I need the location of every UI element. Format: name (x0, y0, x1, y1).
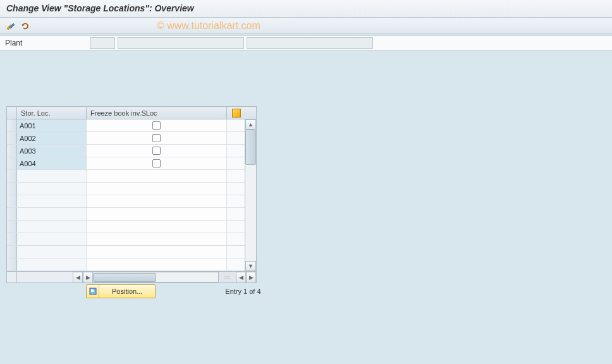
table-row (7, 208, 245, 221)
cell-stor-loc[interactable]: A003 (17, 145, 87, 157)
scroll-left-button[interactable]: ◀ (73, 272, 83, 283)
entry-status-text: Entry 1 of 4 (225, 288, 260, 295)
plant-header-row: Plant (0, 35, 612, 51)
scroll-down-button[interactable]: ▼ (245, 261, 256, 271)
row-selector[interactable] (7, 145, 17, 157)
freeze-checkbox[interactable] (152, 121, 161, 130)
table-row (7, 258, 245, 271)
cell-freeze (87, 233, 227, 245)
column-header-stor-loc[interactable]: Stor. Loc. (17, 107, 87, 119)
row-selector[interactable] (7, 132, 17, 144)
cell-stor-loc[interactable] (17, 208, 87, 220)
freeze-checkbox[interactable] (152, 134, 161, 142)
row-selector[interactable] (7, 246, 17, 258)
cell-freeze (87, 208, 227, 220)
cell-stor-loc[interactable] (17, 221, 87, 233)
row-selector[interactable] (7, 183, 17, 195)
cell-stor-loc[interactable] (17, 195, 87, 207)
table-row (7, 170, 245, 183)
cell-stor-loc[interactable] (17, 170, 87, 182)
freeze-checkbox[interactable] (152, 159, 161, 167)
plant-name-field (118, 37, 244, 49)
row-selector[interactable] (7, 208, 17, 220)
cell-freeze (87, 183, 227, 195)
undo-button[interactable] (19, 20, 30, 32)
row-selector[interactable] (7, 233, 17, 245)
cell-freeze (87, 258, 227, 270)
table-row: A003 (7, 145, 245, 157)
pencils-icon (6, 21, 16, 31)
cell-stor-loc[interactable] (17, 246, 87, 258)
row-selector[interactable] (7, 195, 17, 207)
cell-freeze (87, 132, 227, 144)
table-row (7, 221, 245, 233)
position-button[interactable]: Position... (86, 284, 156, 298)
cell-stor-loc[interactable] (17, 258, 87, 270)
table-settings-button[interactable] (227, 107, 246, 119)
cell-freeze (87, 221, 227, 233)
table-footer-bar: Position... Entry 1 of 4 (6, 284, 285, 298)
cell-stor-loc[interactable]: A001 (17, 119, 87, 131)
table-row (7, 246, 245, 258)
row-selector[interactable] (7, 119, 17, 131)
vertical-scrollbar[interactable]: ▲ ▼ (245, 119, 256, 271)
cell-stor-loc[interactable]: A002 (17, 132, 87, 144)
hscroll-fixed-spacer (17, 272, 73, 282)
svg-rect-1 (91, 289, 94, 292)
scroll-right-button[interactable]: ▶ (83, 272, 93, 283)
title-bar: Change View "Storage Locations": Overvie… (0, 0, 612, 18)
cell-freeze (87, 157, 227, 169)
column-header-freeze[interactable]: Freeze book inv.SLoc (87, 107, 227, 119)
scroll-up-button[interactable]: ▲ (245, 119, 256, 130)
hscroll-thumb[interactable] (93, 273, 156, 282)
plant-code-field (90, 37, 115, 49)
scroll-right-button-2[interactable]: ▶ (246, 272, 256, 283)
table-settings-icon (232, 109, 241, 118)
cell-freeze (87, 170, 227, 182)
row-selector[interactable] (7, 157, 17, 169)
cell-stor-loc[interactable] (17, 183, 87, 195)
scroll-left-button-2[interactable]: ◀ (236, 272, 246, 283)
position-icon (87, 285, 99, 298)
freeze-checkbox[interactable] (152, 147, 161, 155)
undo-icon (20, 21, 30, 31)
page-title: Change View "Storage Locations": Overvie… (6, 3, 194, 13)
row-selector[interactable] (7, 258, 17, 270)
horizontal-scrollbar: ◀ ▶ ::: ◀ ▶ (7, 271, 256, 282)
position-button-label: Position... (99, 288, 155, 295)
table-row: A004 (7, 157, 245, 170)
storage-locations-table: Stor. Loc. Freeze book inv.SLoc A001 A00… (6, 106, 257, 283)
vscroll-track[interactable] (245, 130, 256, 261)
application-toolbar (0, 18, 612, 34)
table-header: Stor. Loc. Freeze book inv.SLoc (7, 107, 256, 119)
hscroll-grip[interactable]: ::: (218, 272, 236, 282)
hscroll-track[interactable] (93, 272, 218, 282)
table-row (7, 183, 245, 195)
table-row (7, 233, 245, 246)
table-row: A001 (7, 119, 245, 132)
change-toggle-button[interactable] (5, 20, 16, 32)
cell-freeze (87, 195, 227, 207)
cell-freeze (87, 145, 227, 157)
select-all-handle[interactable] (7, 107, 17, 119)
cell-stor-loc[interactable] (17, 233, 87, 245)
plant-label: Plant (5, 39, 87, 47)
cell-freeze (87, 246, 227, 258)
table-row: A002 (7, 132, 245, 145)
row-selector[interactable] (7, 170, 17, 182)
cell-freeze (87, 119, 227, 131)
plant-desc-field (247, 37, 373, 49)
hscroll-corner (7, 272, 17, 282)
row-selector[interactable] (7, 221, 17, 233)
cell-stor-loc[interactable]: A004 (17, 157, 87, 169)
vscroll-thumb[interactable] (245, 130, 256, 165)
table-row (7, 195, 245, 208)
